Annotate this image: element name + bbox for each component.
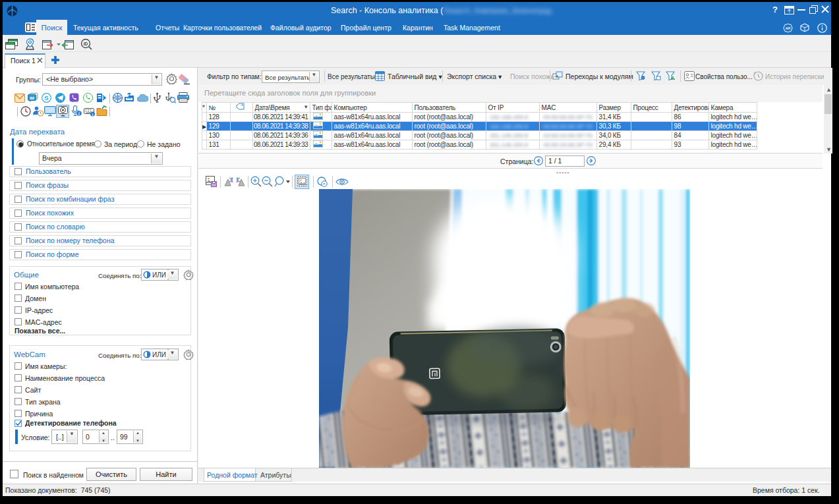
svg-text:S: S xyxy=(44,94,48,101)
svg-text:IM: IM xyxy=(30,96,34,100)
svg-text:ID: ID xyxy=(84,42,88,46)
svg-text:i: i xyxy=(78,111,80,116)
svg-text:HTTP: HTTP xyxy=(115,97,121,99)
svg-text:API: API xyxy=(786,27,791,30)
svg-text:FTP: FTP xyxy=(127,98,132,100)
